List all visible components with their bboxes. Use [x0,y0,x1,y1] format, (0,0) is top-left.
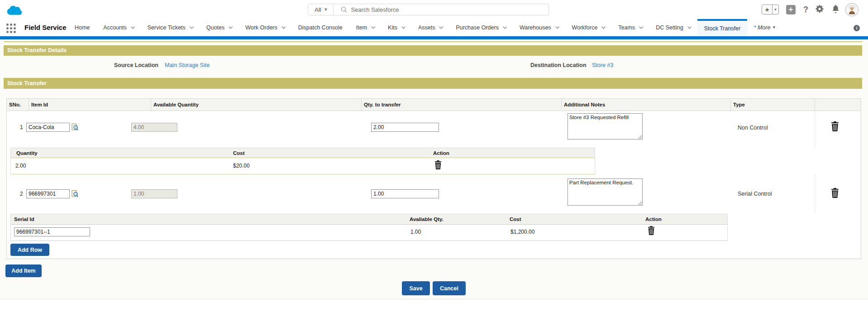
tab-purchase-orders[interactable]: Purchase Orders [449,19,512,36]
app-launcher-button[interactable] [6,24,16,33]
chevron-down-icon [639,25,643,29]
save-button[interactable]: Save [402,281,430,295]
action-column-header: Action [645,216,662,222]
column-header-action [815,99,861,111]
notifications-button[interactable] [831,4,840,15]
available-qty-column-header: Avaliable Qty. [410,216,444,222]
tab-label: Item [356,19,367,36]
table-header-row: SNo. Item Id Available Quantity Qty. to … [6,98,861,111]
column-header-type: Type [731,99,815,111]
search-scope-selector[interactable]: All ▼ [308,4,334,15]
delete-serial-row-button[interactable] [648,226,655,235]
chevron-down-icon [602,25,606,29]
quantity-value: 2.00 [15,163,26,169]
caret-down-icon: ▼ [324,7,328,12]
serial-id-column-header: Serial Id [14,216,34,222]
qty-to-transfer-input[interactable] [371,123,439,132]
tab-workforce[interactable]: Workforce [565,19,612,36]
tab-more[interactable]: *More▼ [747,19,782,36]
help-button[interactable]: ? [803,5,808,14]
setup-button[interactable] [815,4,825,15]
cost-column-header: Cost [233,150,245,156]
type-value: Serial Control [738,191,772,197]
favorites-button[interactable]: ★ ▼ [762,5,779,14]
tab-label: Assets [418,19,435,36]
item-id-input[interactable] [26,189,70,198]
lookup-icon[interactable] [72,123,78,131]
tab-label: Service Tickets [148,19,186,36]
source-location-label: Source Location [114,62,158,68]
additional-notes-textarea[interactable]: Store #3 Requested Refill [568,113,643,139]
star-icon[interactable]: ★ [762,5,773,14]
source-location-link[interactable]: Main Storage Site [165,62,210,68]
nav-bar: Field Service HomeAccountsService Ticket… [0,19,868,36]
serial-subtable-header: Serial Id Avaliable Qty. Cost Action [11,214,727,225]
favorites-caret-icon[interactable]: ▼ [773,5,779,14]
row-number: 1 [20,124,23,130]
brand-bar [0,36,868,39]
global-actions-button[interactable]: + [786,5,796,14]
tab-service-tickets[interactable]: Service Tickets [141,19,200,36]
asterisk-icon: * [754,19,756,36]
additional-notes-textarea[interactable]: Part Replacement Request. [568,178,643,206]
available-quantity-input [131,123,177,132]
tab-dc-setting[interactable]: DC Setting [649,19,697,36]
tab-dispatch-console[interactable]: Dispatch Console [291,19,349,36]
tab-assets[interactable]: Assets [411,19,449,36]
row-number: 2 [20,191,23,197]
chevron-down-icon [372,25,375,29]
tab-kits[interactable]: Kits [381,19,411,36]
lookup-icon[interactable] [72,190,78,197]
section-header-details: Stock Transfer Details [4,45,862,56]
tab-label: Workforce [572,19,598,36]
qty-to-transfer-input[interactable] [371,189,439,198]
bell-icon [831,4,840,15]
delete-item-row-button[interactable] [831,121,839,131]
column-header-qty: Qty. to transfer [362,99,562,111]
tab-label: Dispatch Console [298,19,343,36]
tab-label: Stock Transfer [704,21,741,36]
serial-cost-value: $1,200.00 [510,229,534,235]
delete-item-row-button[interactable] [831,188,839,198]
search-input[interactable] [351,6,548,13]
tab-teams[interactable]: Teams [611,19,649,36]
app-name: Field Service [24,19,67,36]
add-item-button[interactable]: Add Item [5,264,42,277]
type-value: Non Control [738,125,768,131]
salesforce-logo-icon [7,5,22,17]
column-header-notes: Additional Notes [562,99,731,111]
tab-accounts[interactable]: Accounts [96,19,140,36]
user-avatar[interactable] [845,3,859,17]
column-divider [815,111,815,148]
column-divider [815,174,815,214]
tab-home[interactable]: Home [68,19,96,36]
available-quantity-input [131,189,177,198]
plus-icon: + [789,5,793,14]
add-row-button[interactable]: Add Row [10,244,49,256]
tab-quotes[interactable]: Quotes [200,19,238,36]
header-actions: ★ ▼ + ? [762,4,859,15]
tab-label: DC Setting [656,19,683,36]
serial-id-input[interactable] [14,227,90,236]
tab-label: Quotes [206,19,224,36]
chevron-down-icon [229,25,233,29]
cancel-button[interactable]: Cancel [433,281,466,295]
section-header-transfer: Stock Transfer [4,78,862,89]
tab-label: More [758,19,770,36]
tab-item[interactable]: Item [349,19,381,36]
tab-warehouses[interactable]: Warehouses [513,19,565,36]
tab-stock-transfer[interactable]: Stock Transfer [697,19,748,36]
info-icon[interactable]: i [854,25,860,31]
quantity-column-header: Quantity [16,150,38,156]
serial-subtable: Serial Id Avaliable Qty. Cost Action 1.0… [10,214,728,241]
item-id-input[interactable] [26,123,70,132]
tab-work-orders[interactable]: Work Orders [238,19,291,36]
page: All ▼ ★ ▼ + ? [0,0,868,327]
chevron-down-icon [687,25,691,29]
tab-label: Teams [618,19,635,36]
chevron-down-icon [401,25,405,29]
column-header-sno: SNo. [7,99,29,111]
delete-quantity-row-button[interactable] [434,160,442,169]
tab-label: Purchase Orders [456,19,498,36]
destination-location-link[interactable]: Store #3 [592,62,613,68]
